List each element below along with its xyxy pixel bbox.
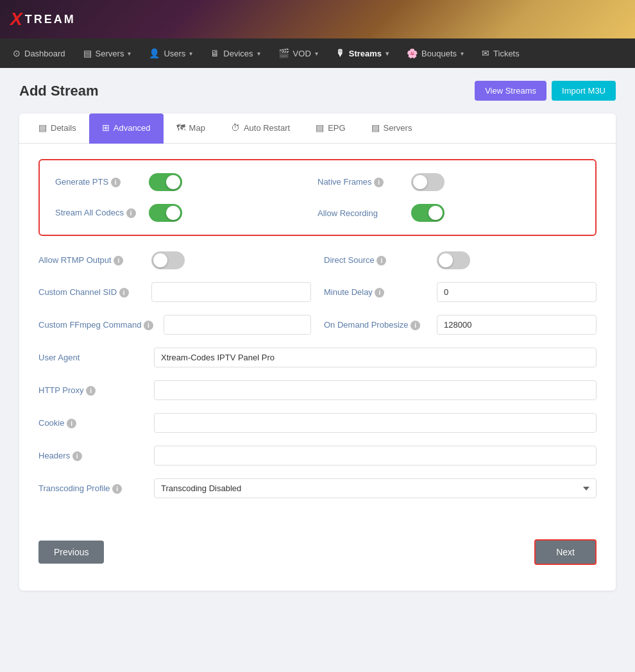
bouquets-icon: 🌸 <box>407 48 418 58</box>
allow-rtmp-toggle[interactable] <box>151 251 185 269</box>
native-frames-item: Native Frames i <box>318 173 580 191</box>
page-title: Add Stream <box>19 83 98 99</box>
native-frames-toggle[interactable] <box>411 173 444 191</box>
users-icon: 👤 <box>149 48 160 58</box>
cookie-label: Cookie i <box>38 418 141 428</box>
headers-info-icon[interactable]: i <box>72 451 82 461</box>
headers-input[interactable] <box>154 446 597 466</box>
custom-ffmpeg-label: Custom FFmpeg Command i <box>38 320 153 330</box>
view-streams-button[interactable]: View Streams <box>475 81 546 101</box>
user-agent-input[interactable] <box>154 348 597 367</box>
tab-map[interactable]: 🗺 Map <box>164 113 218 144</box>
top-banner: X TREAM <box>0 0 635 38</box>
details-tab-icon: ▤ <box>38 122 47 133</box>
custom-channel-sid-input[interactable] <box>151 282 311 302</box>
cookie-row: Cookie i <box>38 413 597 433</box>
direct-source-label: Direct Source i <box>324 255 427 265</box>
bouquets-arrow: ▾ <box>461 50 464 57</box>
on-demand-probesize-info-icon[interactable]: i <box>411 321 420 330</box>
allow-recording-label: Allow Recording <box>318 208 401 218</box>
stream-all-codecs-info-icon[interactable]: i <box>126 208 136 218</box>
devices-icon: 🖥 <box>210 48 219 58</box>
http-proxy-info-icon[interactable]: i <box>86 386 96 396</box>
minute-delay-info-icon[interactable]: i <box>375 288 384 298</box>
content-area: Add Stream View Streams Import M3U ▤ Det… <box>0 68 635 672</box>
advanced-tab-icon: ⊞ <box>102 122 110 133</box>
tab-details[interactable]: ▤ Details <box>26 113 89 144</box>
user-agent-row: User Agent <box>38 348 597 367</box>
stream-all-codecs-toggle[interactable] <box>149 204 182 222</box>
transcoding-profile-label: Transcoding Profile i <box>38 483 141 494</box>
stream-all-codecs-label: Stream All Codecs i <box>55 208 139 218</box>
tickets-icon: ✉ <box>482 48 489 58</box>
page-header: Add Stream View Streams Import M3U <box>19 81 616 101</box>
toggle-group-1: Generate PTS i Native Frames i <box>55 173 580 191</box>
tab-advanced[interactable]: ⊞ Advanced <box>89 113 164 144</box>
sid-delay-row: Custom Channel SID i Minute Delay i <box>38 282 597 302</box>
direct-source-info-icon[interactable]: i <box>377 256 386 265</box>
allow-recording-toggle[interactable] <box>411 204 444 222</box>
on-demand-probesize-input[interactable] <box>437 315 597 335</box>
servers-tab-icon: ▤ <box>371 122 380 133</box>
user-agent-label: User Agent <box>38 353 141 362</box>
logo: X TREAM <box>10 9 76 29</box>
custom-channel-sid-item: Custom Channel SID i <box>38 282 311 302</box>
streams-arrow: ▾ <box>385 50 389 57</box>
minute-delay-input[interactable] <box>437 282 597 302</box>
http-proxy-input[interactable] <box>154 380 597 400</box>
toggle-row-2: Stream All Codecs i Allow Recording <box>55 204 580 222</box>
custom-ffmpeg-item: Custom FFmpeg Command i <box>38 315 311 335</box>
generate-pts-toggle[interactable] <box>149 173 182 191</box>
native-frames-label: Native Frames i <box>318 177 401 187</box>
stream-all-codecs-item: Stream All Codecs i <box>55 204 318 222</box>
minute-delay-label: Minute Delay i <box>324 287 427 298</box>
logo-x: X <box>10 9 22 29</box>
direct-source-toggle[interactable] <box>437 251 470 269</box>
generate-pts-info-icon[interactable]: i <box>111 178 121 187</box>
devices-arrow: ▾ <box>257 50 260 57</box>
custom-channel-sid-info-icon[interactable]: i <box>119 288 129 298</box>
headers-label: Headers i <box>38 451 141 461</box>
allow-rtmp-label: Allow RTMP Output i <box>38 255 141 265</box>
nav-users[interactable]: 👤 Users ▾ <box>141 44 200 62</box>
vod-icon: 🎬 <box>278 48 289 58</box>
users-arrow: ▾ <box>189 50 192 57</box>
http-proxy-row: HTTP Proxy i <box>38 380 597 400</box>
nav-bouquets[interactable]: 🌸 Bouquets ▾ <box>399 44 471 62</box>
servers-arrow: ▾ <box>128 50 131 57</box>
nav-devices[interactable]: 🖥 Devices ▾ <box>203 44 267 62</box>
import-m3u-button[interactable]: Import M3U <box>552 81 616 101</box>
toggle-row-1: Generate PTS i Native Frames i <box>55 173 580 191</box>
direct-source-item: Direct Source i <box>324 251 597 269</box>
nav-vod[interactable]: 🎬 VOD ▾ <box>271 44 326 62</box>
previous-button[interactable]: Previous <box>38 541 104 564</box>
nav-tickets[interactable]: ✉ Tickets <box>474 44 527 62</box>
headers-row: Headers i <box>38 446 597 466</box>
minute-delay-item: Minute Delay i <box>324 282 597 302</box>
transcoding-profile-select[interactable]: Transcoding Disabled Option 1 Option 2 <box>154 478 597 498</box>
nav-dashboard[interactable]: ⊙ Dashboard <box>5 44 73 62</box>
tab-auto-restart[interactable]: ⏱ Auto Restart <box>218 113 303 144</box>
cookie-input[interactable] <box>154 413 597 433</box>
tab-epg[interactable]: ▤ EPG <box>303 113 358 144</box>
nav-servers[interactable]: ▤ Servers ▾ <box>76 44 139 62</box>
next-button[interactable]: Next <box>534 539 597 565</box>
native-frames-info-icon[interactable]: i <box>374 178 384 187</box>
custom-ffmpeg-info-icon[interactable]: i <box>144 321 153 330</box>
cookie-info-icon[interactable]: i <box>67 419 76 428</box>
custom-ffmpeg-input[interactable] <box>164 315 311 335</box>
http-proxy-label: HTTP Proxy i <box>38 385 141 396</box>
header-buttons: View Streams Import M3U <box>475 81 616 101</box>
rtmp-direct-row: Allow RTMP Output i Direct Source i <box>38 251 597 269</box>
footer-buttons: Previous Next <box>19 526 616 571</box>
generate-pts-label: Generate PTS i <box>55 177 139 187</box>
highlight-box: Generate PTS i Native Frames i <box>38 159 597 236</box>
transcoding-profile-info-icon[interactable]: i <box>112 484 122 494</box>
allow-rtmp-info-icon[interactable]: i <box>114 256 123 265</box>
auto-restart-tab-icon: ⏱ <box>231 122 240 133</box>
main-card: ▤ Details ⊞ Advanced 🗺 Map ⏱ Auto Restar… <box>19 113 616 591</box>
navbar: ⊙ Dashboard ▤ Servers ▾ 👤 Users ▾ 🖥 Devi… <box>0 38 635 68</box>
nav-streams[interactable]: 🎙 Streams ▾ <box>328 44 396 62</box>
tab-servers[interactable]: ▤ Servers <box>359 113 425 144</box>
on-demand-probesize-item: On Demand Probesize i <box>324 315 597 335</box>
